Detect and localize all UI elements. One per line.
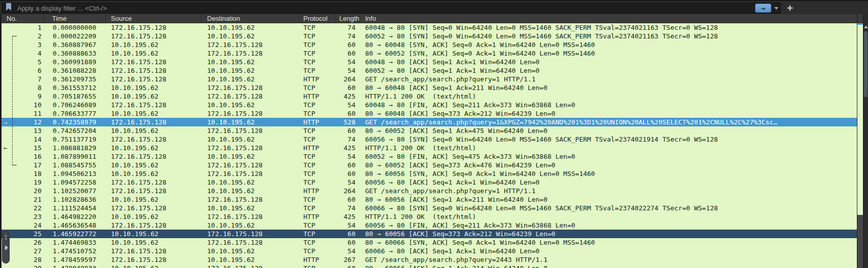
expand-right-icon <box>5 245 8 250</box>
cell-no: 2 <box>2 32 44 40</box>
intelligent-scrollbar-minimap[interactable] <box>857 14 863 268</box>
up-arrow-icon[interactable] <box>864 25 868 28</box>
packet-row[interactable]: 3 0.360887967 10.10.195.62 172.16.175.12… <box>2 40 857 49</box>
column-header-time[interactable]: Time <box>44 14 106 23</box>
cell-source: 10.10.195.62 <box>106 212 202 221</box>
cell-length: 54 <box>336 152 360 161</box>
cell-time: 1.478948833 <box>44 264 106 268</box>
packet-row[interactable]: 26 1.474469833 10.10.195.62 172.16.175.1… <box>2 238 857 247</box>
packet-row[interactable]: 29 1.478948833 10.10.195.62 172.16.175.1… <box>2 264 857 268</box>
cell-protocol: HTTP <box>299 118 336 126</box>
cell-protocol: TCP <box>299 238 336 247</box>
apply-filter-button[interactable]: → <box>755 4 771 13</box>
cell-time: 1.465922772 <box>44 230 106 238</box>
cell-time: 1.478459597 <box>44 255 106 264</box>
scroll-handle[interactable] <box>2 231 10 263</box>
cell-protocol: TCP <box>299 204 336 212</box>
cell-time: 1.094506213 <box>44 169 106 178</box>
cell-info: 60048 → 80 [FIN, ACK] Seq=211 Ack=373 Wi… <box>360 101 857 109</box>
packet-row[interactable]: 1 0.000000000 172.16.175.128 10.10.195.6… <box>2 23 857 32</box>
column-header-no[interactable]: No. <box>2 14 44 23</box>
cell-protocol: TCP <box>299 169 336 178</box>
cell-source: 10.10.195.62 <box>106 238 202 247</box>
filter-bookmark-button[interactable] <box>2 3 15 13</box>
packet-row[interactable]: 13 0.742657204 10.10.195.62 172.16.175.1… <box>2 126 857 135</box>
cell-length: 60 <box>336 169 360 178</box>
vertical-scrollbar[interactable] <box>863 14 868 268</box>
cell-source: 172.16.175.128 <box>106 247 202 255</box>
packet-row[interactable]: 18 1.094506213 10.10.195.62 172.16.175.1… <box>2 169 857 178</box>
cell-length: 60 <box>336 49 360 58</box>
packet-row[interactable]: 28 1.478459597 172.16.175.128 10.10.195.… <box>2 255 857 264</box>
packet-row[interactable]: 17 1.088545755 10.10.195.62 172.16.175.1… <box>2 161 857 169</box>
cell-no: 16 <box>2 152 44 161</box>
packet-row[interactable]: 27 1.474510752 172.16.175.128 10.10.195.… <box>2 247 857 255</box>
cell-source: 172.16.175.128 <box>106 66 202 75</box>
cell-length: 528 <box>336 118 360 126</box>
cell-time: 1.465636548 <box>44 221 106 230</box>
cell-source: 172.16.175.128 <box>106 118 202 126</box>
cell-protocol: HTTP <box>299 187 336 195</box>
cell-source: 172.16.175.128 <box>106 58 202 66</box>
cell-time: 0.360887967 <box>44 40 106 49</box>
cell-protocol: TCP <box>299 178 336 187</box>
cell-source: 10.10.195.62 <box>106 126 202 135</box>
packet-row[interactable]: 14 0.751137719 172.16.175.128 10.10.195.… <box>2 135 857 144</box>
cell-time: 1.474469833 <box>44 238 106 247</box>
column-header-protocol[interactable]: Protocol <box>299 14 336 23</box>
column-header-destination[interactable]: Destination <box>202 14 299 23</box>
cell-no: 29 <box>2 264 44 268</box>
column-header-length[interactable]: Length <box>336 14 360 23</box>
packet-row[interactable]: 16 1.087899011 172.16.175.128 10.10.195.… <box>2 152 857 161</box>
cell-source: 172.16.175.128 <box>106 23 202 32</box>
packet-row[interactable]: 25 1.465922772 10.10.195.62 172.16.175.1… <box>2 230 857 238</box>
column-header-source[interactable]: Source <box>106 14 202 23</box>
scrollbar-thumb[interactable] <box>864 31 867 97</box>
packet-row[interactable]: 12 0.742358979 172.16.175.128 10.10.195.… <box>2 118 857 126</box>
packet-row[interactable]: 6 0.361088228 172.16.175.128 10.10.195.6… <box>2 66 857 75</box>
cell-length: 54 <box>336 247 360 255</box>
cell-destination: 172.16.175.128 <box>202 195 299 204</box>
cell-protocol: TCP <box>299 66 336 75</box>
packet-row[interactable]: 5 0.360991889 172.16.175.128 10.10.195.6… <box>2 58 857 66</box>
packet-row[interactable]: 9 0.705187655 10.10.195.62 172.16.175.12… <box>2 92 857 101</box>
cell-protocol: TCP <box>299 23 336 32</box>
cell-time: 1.102828636 <box>44 195 106 204</box>
cell-length: 60 <box>336 109 360 118</box>
cell-protocol: TCP <box>299 230 336 238</box>
packet-row[interactable]: 20 1.102520077 172.16.175.128 10.10.195.… <box>2 187 857 195</box>
packet-row[interactable]: 11 0.706633777 10.10.195.62 172.16.175.1… <box>2 109 857 118</box>
cell-info: 60056 → 80 [SYN] Seq=0 Win=64240 Len=0 M… <box>360 135 857 144</box>
packet-row[interactable]: 2 0.000022209 172.16.175.128 10.10.195.6… <box>2 32 857 40</box>
packet-row[interactable]: 24 1.465636548 172.16.175.128 10.10.195.… <box>2 221 857 230</box>
cell-info: GET /search_app/search.php?query=1 HTTP/… <box>360 187 857 195</box>
cell-no: 5 <box>2 58 44 66</box>
display-filter-input[interactable]: Apply a display filter ... <Ctrl-/> → <box>2 3 781 14</box>
packet-row[interactable]: 15 1.086881829 10.10.195.62 172.16.175.1… <box>2 144 857 152</box>
cell-length: 74 <box>336 204 360 212</box>
packet-row[interactable]: 22 1.111524454 172.16.175.128 10.10.195.… <box>2 204 857 212</box>
cell-protocol: TCP <box>299 83 336 92</box>
cell-destination: 172.16.175.128 <box>202 109 299 118</box>
packet-row[interactable]: 4 0.360888633 10.10.195.62 172.16.175.12… <box>2 49 857 58</box>
column-header-info[interactable]: Info <box>360 14 857 23</box>
cell-info: GET /search_app/search.php?query=2443 HT… <box>360 255 857 264</box>
cell-destination: 172.16.175.128 <box>202 230 299 238</box>
display-filter-toolbar: Apply a display filter ... <Ctrl-/> → + <box>0 0 868 14</box>
cell-no: 4 <box>2 49 44 58</box>
packet-row[interactable]: 19 1.094572258 172.16.175.128 10.10.195.… <box>2 178 857 187</box>
cell-info: 60066 → 80 [ACK] Seq=1 Ack=1 Win=64240 L… <box>360 247 857 255</box>
cell-info: 60066 → 80 [SYN] Seq=0 Win=64240 Len=0 M… <box>360 204 857 212</box>
packet-row[interactable]: 8 0.361553712 10.10.195.62 172.16.175.12… <box>2 83 857 92</box>
cell-time: 0.361553712 <box>44 83 106 92</box>
cell-info: 80 → 60066 [SYN, ACK] Seq=0 Ack=1 Win=64… <box>360 238 857 247</box>
packet-row[interactable]: 23 1.464982220 10.10.195.62 172.16.175.1… <box>2 212 857 221</box>
cell-time: 0.742358979 <box>44 118 106 126</box>
filter-dropdown-button[interactable] <box>772 4 780 13</box>
packet-row[interactable]: 21 1.102828636 10.10.195.62 172.16.175.1… <box>2 195 857 204</box>
cell-info: 80 → 60056 [ACK] Seq=373 Ack=212 Win=642… <box>360 230 857 238</box>
add-filter-button[interactable]: + <box>784 2 796 14</box>
packet-row[interactable]: 7 0.361209735 172.16.175.128 10.10.195.6… <box>2 75 857 83</box>
packet-row[interactable]: 10 0.706246089 172.16.175.128 10.10.195.… <box>2 101 857 109</box>
cell-source: 172.16.175.128 <box>106 75 202 83</box>
